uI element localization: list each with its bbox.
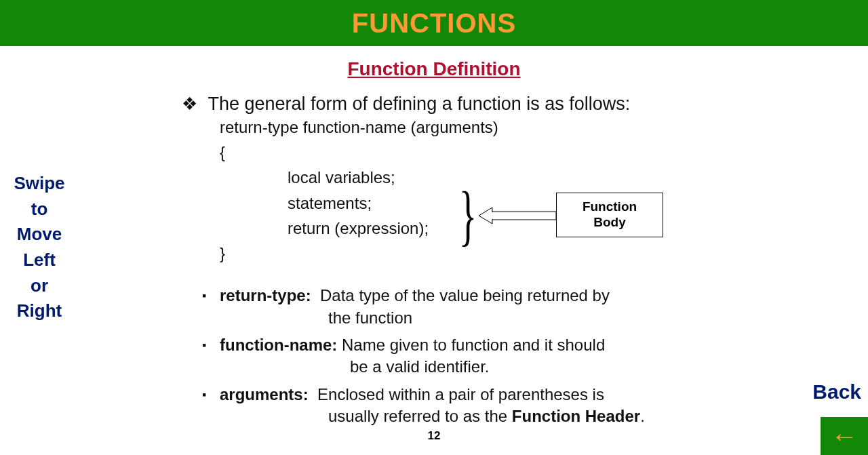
syntax-line: } — [220, 241, 738, 266]
swipe-hint-line: Right — [5, 298, 73, 324]
square-bullet-icon: ▪ — [202, 384, 220, 428]
callout-line: Body — [583, 215, 637, 231]
square-bullet-icon: ▪ — [202, 334, 220, 378]
definition-text: . — [640, 407, 645, 425]
definition-item: ▪ function-name: Name given to function … — [202, 334, 738, 378]
swipe-hint-line: Left — [5, 248, 73, 273]
header-bar: FUNCTIONS — [0, 0, 868, 46]
definition-text: Enclosed within a pair of parentheses is — [317, 385, 604, 403]
square-bullet-icon: ▪ — [202, 285, 220, 329]
syntax-line: { — [220, 140, 738, 165]
svg-rect-0 — [492, 212, 556, 220]
page-number: 12 — [0, 429, 868, 443]
lead-text: The general form of defining a function … — [208, 94, 630, 114]
curly-brace-icon: } — [459, 176, 477, 254]
swipe-hint: Swipe to Move Left or Right — [5, 171, 73, 324]
definition-text: Data type of the value being returned by — [320, 286, 610, 304]
definitions-list: ▪ return-type: Data type of the value be… — [202, 285, 738, 427]
syntax-line: return-type function-name (arguments) — [220, 115, 738, 140]
slide-content: ❖ The general form of defining a functio… — [182, 94, 738, 433]
callout-line: Function — [583, 199, 637, 215]
syntax-block: return-type function-name (arguments) { … — [220, 115, 738, 266]
svg-marker-1 — [479, 207, 492, 224]
definition-item: ▪ arguments: Enclosed within a pair of p… — [202, 384, 738, 428]
page-subtitle: Function Definition — [0, 58, 868, 80]
definition-label: function-name: — [220, 336, 342, 354]
back-button[interactable]: ← — [821, 417, 868, 455]
lead-line: ❖ The general form of defining a functio… — [182, 94, 738, 115]
swipe-hint-line: Move — [5, 222, 73, 248]
header-title: FUNCTIONS — [352, 8, 516, 39]
definition-item: ▪ return-type: Data type of the value be… — [202, 285, 738, 329]
callout-arrow-icon — [476, 203, 557, 228]
definition-text: Name given to function and it should — [342, 336, 605, 354]
swipe-hint-line: Swipe — [5, 171, 73, 197]
definition-text: be a valid identifier. — [220, 356, 605, 378]
arrow-left-icon: ← — [831, 422, 858, 450]
back-label: Back — [812, 380, 861, 403]
function-body-callout: Function Body — [556, 193, 663, 237]
diamond-bullet-icon: ❖ — [182, 94, 205, 115]
definition-text-bold: Function Header — [512, 407, 640, 425]
definition-text: usually referred to as the — [328, 407, 512, 425]
syntax-line: local variables; — [220, 165, 738, 190]
definition-label: return-type: — [220, 286, 320, 304]
definition-text: the function — [220, 307, 610, 329]
svg-rect-2 — [491, 212, 494, 219]
definition-label: arguments: — [220, 385, 317, 403]
swipe-hint-line: to — [5, 197, 73, 222]
swipe-hint-line: or — [5, 273, 73, 299]
